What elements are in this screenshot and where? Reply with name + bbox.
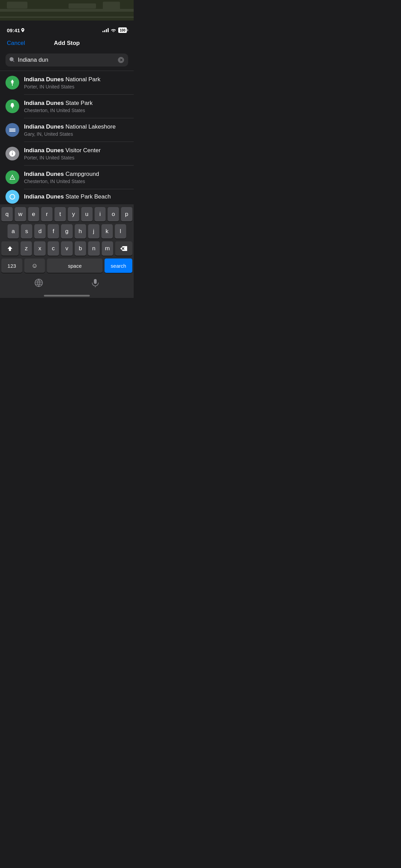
key-v[interactable]: v — [61, 241, 72, 256]
key-t[interactable]: t — [54, 207, 66, 221]
keyboard-row-4: 123 ☺ space search — [1, 258, 132, 273]
camping-icon — [5, 170, 19, 184]
key-e[interactable]: e — [28, 207, 39, 221]
shift-key[interactable] — [1, 241, 19, 256]
search-key[interactable]: search — [105, 258, 132, 273]
result-name: Indiana Dunes National Lakeshore — [24, 123, 128, 131]
map-background — [0, 0, 134, 21]
result-text: Indiana Dunes National Park Porter, IN U… — [24, 76, 128, 89]
space-key[interactable]: space — [47, 258, 102, 273]
result-name: Indiana Dunes Campground — [24, 170, 128, 178]
status-bar: 09:41 100 — [0, 21, 134, 37]
info-icon — [5, 147, 19, 160]
key-f[interactable]: f — [48, 224, 59, 239]
svg-rect-3 — [7, 2, 27, 9]
key-r[interactable]: r — [41, 207, 52, 221]
status-icons: 100 — [102, 27, 127, 33]
key-s[interactable]: s — [21, 224, 32, 239]
key-h[interactable]: h — [75, 224, 86, 239]
svg-rect-4 — [69, 3, 96, 9]
home-indicator — [0, 292, 134, 298]
result-subtitle: Porter, IN United States — [24, 84, 128, 89]
cancel-button[interactable]: Cancel — [7, 40, 25, 47]
nav-bar: Cancel Add Stop — [0, 37, 134, 51]
key-g[interactable]: g — [61, 224, 72, 239]
result-subtitle: Gary, IN, United States — [24, 131, 128, 137]
key-j[interactable]: j — [88, 224, 99, 239]
key-b[interactable]: b — [75, 241, 86, 256]
key-o[interactable]: o — [108, 207, 119, 221]
result-text: Indiana Dunes Campground Chesterton, IN … — [24, 170, 128, 184]
key-w[interactable]: w — [15, 207, 26, 221]
microphone-icon[interactable] — [91, 278, 100, 289]
key-n[interactable]: n — [88, 241, 99, 256]
list-item[interactable]: Indiana Dunes State Park Chesterton, IN … — [0, 95, 134, 118]
result-text: Indiana Dunes National Lakeshore Gary, I… — [24, 123, 128, 137]
key-m[interactable]: m — [102, 241, 113, 256]
lakeshore-icon — [5, 123, 19, 137]
signal-icon — [102, 28, 109, 32]
key-x[interactable]: x — [34, 241, 45, 256]
result-name: Indiana Dunes Visitor Center — [24, 147, 128, 154]
numbers-key[interactable]: 123 — [1, 258, 22, 273]
key-l[interactable]: l — [115, 224, 126, 239]
key-p[interactable]: p — [121, 207, 132, 221]
search-bar-container: ✕ — [0, 51, 134, 71]
clear-button[interactable]: ✕ — [118, 57, 124, 63]
keyboard-bottom — [0, 274, 134, 292]
key-u[interactable]: u — [81, 207, 93, 221]
key-c[interactable]: c — [48, 241, 59, 256]
result-text: Indiana Dunes State Park Chesterton, IN … — [24, 99, 128, 113]
keyboard-row-1: q w e r t y u i o p — [1, 207, 132, 221]
svg-rect-7 — [94, 279, 97, 284]
delete-key[interactable] — [115, 241, 132, 256]
result-name: Indiana Dunes State Park Beach — [24, 193, 128, 201]
list-item[interactable]: Indiana Dunes National Park Porter, IN U… — [0, 71, 134, 94]
search-icon — [10, 57, 15, 63]
search-bar: ✕ — [5, 53, 128, 67]
result-name: Indiana Dunes State Park — [24, 99, 128, 107]
keyboard-row-2: a s d f g h j k l — [1, 224, 132, 239]
result-subtitle: Porter, IN United States — [24, 155, 128, 160]
home-bar — [44, 295, 90, 297]
location-icon — [21, 28, 24, 32]
key-i[interactable]: i — [95, 207, 106, 221]
result-name: Indiana Dunes National Park — [24, 76, 128, 83]
result-subtitle: Chesterton, IN United States — [24, 108, 128, 113]
nav-title: Add Stop — [54, 40, 80, 47]
key-d[interactable]: d — [34, 224, 46, 239]
result-text: Indiana Dunes State Park Beach — [24, 193, 128, 201]
keyboard: q w e r t y u i o p a s d f g h j k l z … — [0, 204, 134, 274]
key-k[interactable]: k — [101, 224, 113, 239]
list-item[interactable]: Indiana Dunes Campground Chesterton, IN … — [0, 166, 134, 189]
search-input[interactable] — [18, 57, 115, 63]
result-text: Indiana Dunes Visitor Center Porter, IN … — [24, 147, 128, 160]
key-z[interactable]: z — [21, 241, 32, 256]
park-icon — [5, 76, 19, 89]
keyboard-row-3: z x c v b n m — [1, 241, 132, 256]
tree-icon — [5, 99, 19, 113]
emoji-key[interactable]: ☺ — [24, 258, 45, 273]
key-y[interactable]: y — [68, 207, 79, 221]
key-a[interactable]: a — [8, 224, 19, 239]
battery-icon: 100 — [118, 27, 127, 33]
beach-icon — [5, 190, 19, 204]
svg-rect-5 — [103, 2, 120, 10]
status-time: 09:41 — [7, 27, 24, 33]
wifi-icon — [111, 28, 116, 32]
list-item[interactable]: Indiana Dunes National Lakeshore Gary, I… — [0, 118, 134, 142]
result-subtitle: Chesterton, IN United States — [24, 179, 128, 184]
list-item[interactable]: Indiana Dunes State Park Beach — [0, 189, 134, 204]
key-q[interactable]: q — [1, 207, 13, 221]
results-list: Indiana Dunes National Park Porter, IN U… — [0, 71, 134, 204]
list-item[interactable]: Indiana Dunes Visitor Center Porter, IN … — [0, 142, 134, 165]
globe-icon[interactable] — [34, 278, 43, 289]
